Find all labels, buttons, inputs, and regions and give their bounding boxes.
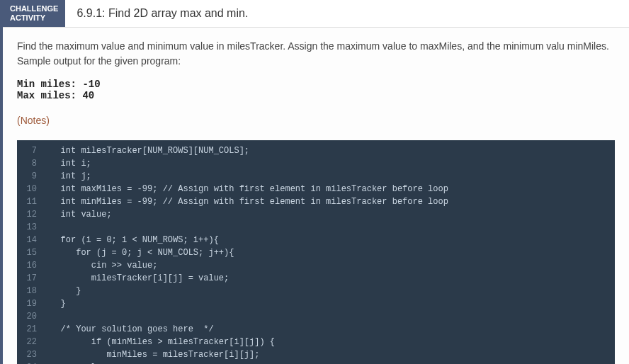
activity-badge: CHALLENGE ACTIVITY	[3, 0, 65, 27]
code-line: 21 /* Your solution goes here */	[17, 323, 615, 336]
sample-output: Min miles: -10 Max miles: 40	[17, 79, 615, 101]
code-text: cin >> value;	[45, 259, 157, 272]
code-line: 20	[17, 310, 615, 323]
code-text: }	[45, 297, 66, 310]
code-editor[interactable]: 7 int milesTracker[NUM_ROWS][NUM_COLS]; …	[17, 140, 615, 364]
code-line: 8 int i;	[17, 157, 615, 170]
line-number: 24	[17, 361, 45, 364]
code-text: milesTracker[i][j] = value;	[45, 272, 229, 285]
activity-container: CHALLENGE ACTIVITY 6.9.1: Find 2D array …	[0, 0, 629, 364]
code-line: 23 minMiles = milesTracker[i][j];	[17, 348, 615, 361]
line-number: 22	[17, 336, 45, 348]
code-text: int maxMiles = -99; // Assign with first…	[45, 183, 448, 195]
line-number: 12	[17, 208, 45, 221]
output-line1: Min miles: -10	[17, 79, 101, 90]
code-line: 10 int maxMiles = -99; // Assign with fi…	[17, 183, 615, 195]
code-text: }	[45, 285, 81, 297]
code-line: 15 for (j = 0; j < NUM_COLS; j++){	[17, 246, 615, 259]
notes-link[interactable]: (Notes)	[17, 115, 50, 126]
code-line: 13	[17, 221, 615, 234]
code-line: 16 cin >> value;	[17, 259, 615, 272]
activity-header: CHALLENGE ACTIVITY 6.9.1: Find 2D array …	[3, 0, 629, 28]
code-line: 11 int minMiles = -99; // Assign with fi…	[17, 195, 615, 208]
code-text: int minMiles = -99; // Assign with first…	[45, 195, 448, 208]
line-number: 19	[17, 297, 45, 310]
code-text: if (minMiles > milesTracker[i][j]) {	[45, 336, 275, 348]
line-number: 9	[17, 170, 45, 183]
instructions-text: Find the maximum value and minimum value…	[17, 39, 615, 69]
code-text: int i;	[45, 157, 91, 170]
code-line: 12 int value;	[17, 208, 615, 221]
badge-line2: ACTIVITY	[10, 13, 58, 23]
code-text: /* Your solution goes here */	[45, 323, 214, 336]
line-number: 23	[17, 348, 45, 361]
line-number: 13	[17, 221, 45, 234]
line-number: 14	[17, 234, 45, 246]
code-line: 18 }	[17, 285, 615, 297]
line-number: 15	[17, 246, 45, 259]
code-text: minMiles = milesTracker[i][j];	[45, 348, 259, 361]
code-line: 9 int j;	[17, 170, 615, 183]
code-text: int value;	[45, 208, 112, 221]
line-number: 18	[17, 285, 45, 297]
code-text: for (i = 0; i < NUM_ROWS; i++){	[45, 234, 219, 246]
code-line: 19 }	[17, 297, 615, 310]
code-text: int j;	[45, 170, 91, 183]
line-number: 11	[17, 195, 45, 208]
line-number: 21	[17, 323, 45, 336]
code-line: 24 }	[17, 361, 615, 364]
line-number: 8	[17, 157, 45, 170]
line-number: 17	[17, 272, 45, 285]
code-line: 7 int milesTracker[NUM_ROWS][NUM_COLS];	[17, 144, 615, 157]
code-line: 22 if (minMiles > milesTracker[i][j]) {	[17, 336, 615, 348]
badge-line1: CHALLENGE	[10, 4, 58, 13]
line-number: 16	[17, 259, 45, 272]
code-text: }	[45, 361, 96, 364]
activity-title: 6.9.1: Find 2D array max and min.	[65, 0, 259, 27]
code-line: 14 for (i = 0; i < NUM_ROWS; i++){	[17, 234, 615, 246]
line-number: 20	[17, 310, 45, 323]
code-text: int milesTracker[NUM_ROWS][NUM_COLS];	[45, 144, 249, 157]
output-line2: Max miles: 40	[17, 90, 94, 101]
code-text: for (j = 0; j < NUM_COLS; j++){	[45, 246, 234, 259]
line-number: 7	[17, 144, 45, 157]
activity-content: Find the maximum value and minimum value…	[3, 28, 629, 364]
code-line: 17 milesTracker[i][j] = value;	[17, 272, 615, 285]
line-number: 10	[17, 183, 45, 195]
